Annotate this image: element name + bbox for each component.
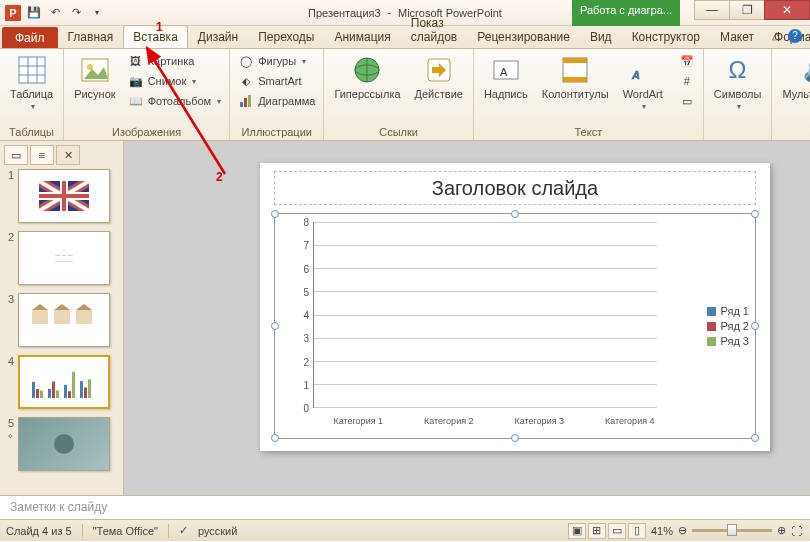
status-bar: Слайд 4 из 5 "Тема Office" ✓ русский ▣ ⊞… [0, 519, 810, 541]
omega-icon: Ω [722, 54, 754, 86]
group-label: Иллюстрации [236, 124, 317, 138]
tab-review[interactable]: Рецензирование [467, 25, 580, 48]
group-text: A Надпись Колонтитулы A WordArt▾ 📅 # ▭ Т… [474, 49, 704, 140]
theme-name: "Тема Office" [93, 525, 158, 537]
thumb-2[interactable]: 2— — —— — — [4, 231, 119, 285]
svg-rect-39 [68, 391, 71, 398]
notes-pane[interactable]: Заметки к слайду [0, 495, 810, 519]
shapes-button[interactable]: ◯Фигуры▾ [236, 52, 317, 70]
group-illustrations: ◯Фигуры▾ ⬖SmartArt Диаграмма Иллюстрации [230, 49, 324, 140]
thumb-3[interactable]: 3 [4, 293, 119, 347]
headerfooter-button[interactable]: Колонтитулы [538, 52, 613, 102]
ribbon-minimize-icon[interactable]: △ [772, 29, 780, 43]
sorter-view-button[interactable]: ⊞ [588, 523, 606, 539]
group-label [778, 136, 810, 138]
thumb-tab-slides[interactable]: ▭ [4, 145, 28, 165]
zoom-in-button[interactable]: ⊕ [777, 524, 786, 537]
workspace: ▭ ≡ ✕ 1 2— — —— — — 3 4 5✧ Заголовок сла… [0, 141, 810, 495]
chart-legend: Ряд 1Ряд 2Ряд 3 [707, 302, 749, 350]
svg-rect-36 [52, 382, 55, 399]
group-label: Таблицы [6, 124, 57, 138]
zoom-out-button[interactable]: ⊖ [678, 524, 687, 537]
wordart-button[interactable]: A WordArt▾ [619, 52, 667, 113]
svg-rect-40 [72, 372, 75, 398]
photoalbum-button[interactable]: 📖Фотоальбом▾ [126, 92, 224, 110]
tab-animations[interactable]: Анимация [324, 25, 400, 48]
normal-view-button[interactable]: ▣ [568, 523, 586, 539]
maximize-button[interactable]: ❐ [729, 0, 765, 20]
slideshow-view-button[interactable]: ▯ [628, 523, 646, 539]
action-icon [423, 54, 455, 86]
app-icon: P [4, 4, 22, 22]
minimize-button[interactable]: — [694, 0, 730, 20]
slidenum-button[interactable]: # [677, 72, 697, 90]
chart-button[interactable]: Диаграмма [236, 92, 317, 110]
spell-icon[interactable]: ✓ [179, 524, 188, 537]
media-button[interactable]: 🔊 Мультимедиа▾ [778, 52, 810, 113]
speaker-icon: 🔊 [801, 54, 810, 86]
thumb-tab-outline[interactable]: ≡ [30, 145, 54, 165]
svg-marker-29 [54, 304, 70, 310]
contextual-tab-chart-tools[interactable]: Работа с диагра... [572, 0, 680, 26]
redo-icon[interactable]: ↷ [67, 4, 85, 22]
quick-access-toolbar: P 💾 ↶ ↷ ▾ [0, 4, 106, 22]
svg-rect-26 [32, 310, 48, 324]
action-button[interactable]: Действие [411, 52, 467, 102]
svg-text:A: A [500, 66, 508, 78]
tab-view[interactable]: Вид [580, 25, 622, 48]
tab-transitions[interactable]: Переходы [248, 25, 324, 48]
zoom-label[interactable]: 41% [651, 525, 673, 537]
slide-editor[interactable]: Заголовок слайда 012345678 Категория 1Ка… [124, 141, 810, 495]
screenshot-icon: 📷 [128, 73, 144, 89]
tab-layout[interactable]: Макет [710, 25, 764, 48]
screenshot-button[interactable]: 📷Снимок▾ [126, 72, 224, 90]
globe-icon [351, 54, 383, 86]
save-icon[interactable]: 💾 [25, 4, 43, 22]
svg-rect-35 [48, 389, 51, 398]
tab-design2[interactable]: Конструктор [622, 25, 710, 48]
smartart-button[interactable]: ⬖SmartArt [236, 72, 317, 90]
fit-button[interactable]: ⛶ [791, 525, 802, 537]
qat-more-icon[interactable]: ▾ [88, 4, 106, 22]
tab-home[interactable]: Главная [58, 25, 124, 48]
undo-icon[interactable]: ↶ [46, 4, 64, 22]
picture-icon [79, 54, 111, 86]
thumb-1[interactable]: 1 [4, 169, 119, 223]
slide-title-text: Заголовок слайда [432, 177, 598, 200]
reading-view-button[interactable]: ▭ [608, 523, 626, 539]
tab-slideshow[interactable]: Показ слайдов [401, 11, 467, 48]
slide-panel: ▭ ≡ ✕ 1 2— — —— — — 3 4 5✧ [0, 141, 124, 495]
help-icon[interactable]: ? [788, 29, 802, 43]
symbols-button[interactable]: Ω Символы▾ [710, 52, 766, 113]
object-button[interactable]: ▭ [677, 92, 697, 110]
clipart-button[interactable]: 🖼Картинка [126, 52, 224, 70]
hyperlink-button[interactable]: Гиперссылка [330, 52, 404, 102]
table-button[interactable]: Таблица▾ [6, 52, 57, 113]
svg-rect-43 [88, 379, 91, 398]
chart-object[interactable]: 012345678 Категория 1Категория 2Категори… [274, 213, 756, 439]
group-images: Рисунок 🖼Картинка 📷Снимок▾ 📖Фотоальбом▾ … [64, 49, 230, 140]
svg-rect-33 [36, 389, 39, 398]
thumb-4[interactable]: 4 [4, 355, 119, 409]
svg-rect-34 [40, 391, 43, 399]
ribbon: Таблица▾ Таблицы Рисунок 🖼Картинка 📷Сним… [0, 49, 810, 141]
tab-file[interactable]: Файл [2, 27, 58, 48]
slide-title-placeholder[interactable]: Заголовок слайда [274, 171, 756, 205]
group-links: Гиперссылка Действие Ссылки [324, 49, 474, 140]
svg-rect-28 [54, 310, 70, 324]
tab-design[interactable]: Дизайн [188, 25, 248, 48]
zoom-slider[interactable] [692, 529, 772, 532]
slide-canvas[interactable]: Заголовок слайда 012345678 Категория 1Ка… [260, 163, 770, 451]
group-label [710, 136, 766, 138]
textbox-button[interactable]: A Надпись [480, 52, 532, 102]
smartart-icon: ⬖ [238, 73, 254, 89]
thumb-tab-close[interactable]: ✕ [56, 145, 80, 165]
annotation-2: 2 [216, 170, 223, 184]
language-indicator[interactable]: русский [198, 525, 237, 537]
thumb-5[interactable]: 5✧ [4, 417, 119, 471]
group-label: Изображения [70, 124, 223, 138]
close-button[interactable]: ✕ [764, 0, 810, 20]
date-icon: 📅 [679, 53, 695, 69]
picture-button[interactable]: Рисунок [70, 52, 120, 102]
date-button[interactable]: 📅 [677, 52, 697, 70]
